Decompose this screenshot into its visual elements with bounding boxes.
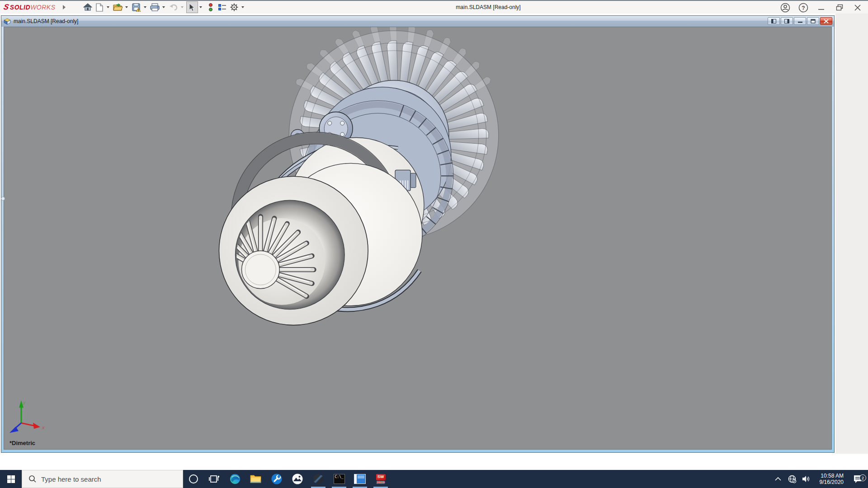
taskbar-icon-command-prompt[interactable]: C:\_ <box>329 470 349 488</box>
document-titlebar[interactable]: main.SLDASM [Read-only] <box>1 16 834 27</box>
cortana-icon <box>188 474 199 484</box>
taskbar: C:\_ SW 2020 10:58 AM 9/16/2020 2 <box>0 470 868 488</box>
evaluate-button[interactable] <box>217 1 228 13</box>
taskbar-icon-photos[interactable] <box>287 470 308 488</box>
tray-clock[interactable]: 10:58 AM 9/16/2020 <box>813 473 847 485</box>
new-document-icon <box>96 3 103 12</box>
help-icon: ? <box>798 3 808 13</box>
system-tray: 10:58 AM 9/16/2020 2 <box>771 470 868 488</box>
command-prompt-icon: C:\_ <box>334 474 345 484</box>
select-tool-button[interactable] <box>186 1 198 13</box>
open-button[interactable] <box>112 1 124 13</box>
doc-restore-button[interactable] <box>807 17 819 25</box>
pane-left-icon <box>771 19 776 23</box>
taskbar-icon-solidworks[interactable]: SW 2020 <box>370 470 391 488</box>
doc-close-button[interactable] <box>820 17 832 25</box>
photos-icon <box>292 473 303 485</box>
options-button[interactable] <box>228 1 240 13</box>
undo-button[interactable] <box>168 1 179 13</box>
tray-volume-button[interactable] <box>799 475 813 483</box>
brand-word-works: WORKS <box>30 4 55 11</box>
hexagon-app-icon <box>313 474 324 484</box>
new-document-button[interactable] <box>94 1 105 13</box>
pane-right-button[interactable] <box>781 17 793 25</box>
options-gear-icon <box>230 3 239 12</box>
close-button[interactable] <box>852 2 863 14</box>
search-input[interactable] <box>41 475 168 483</box>
action-center-button[interactable]: 2 <box>847 474 868 483</box>
chevron-up-icon <box>775 477 781 481</box>
help-glyph: ? <box>802 5 805 11</box>
panel-splitter-handle[interactable] <box>1 197 5 201</box>
home-button[interactable] <box>82 1 94 13</box>
options-dropdown-icon[interactable] <box>241 6 244 8</box>
taskbar-icon-blue-window-app[interactable] <box>349 470 370 488</box>
doc-restore-icon <box>811 19 816 23</box>
graphics-viewport[interactable]: x y *Dimetric <box>4 27 832 450</box>
close-icon <box>854 5 861 11</box>
solidworks-2020-icon: SW 2020 <box>376 474 386 484</box>
task-view-icon <box>209 474 220 484</box>
solidworks-logo-glyph: S <box>3 3 10 12</box>
open-dropdown-icon[interactable] <box>125 6 128 8</box>
pane-right-icon <box>784 19 789 23</box>
taskbar-icon-file-explorer[interactable] <box>245 470 266 488</box>
tray-network-button[interactable] <box>785 474 799 483</box>
engine-model-canvas: x y <box>4 27 831 449</box>
home-icon <box>83 3 92 11</box>
doc-close-icon <box>824 19 829 23</box>
restore-button[interactable] <box>834 2 845 14</box>
jet-engine-model <box>214 27 499 325</box>
windows-logo-icon <box>7 475 15 483</box>
assembly-cube-icon <box>4 18 11 25</box>
open-icon <box>113 3 123 11</box>
account-icon <box>780 3 790 13</box>
menu-flyout-arrow-icon[interactable] <box>63 5 66 9</box>
taskbar-icon-edge[interactable] <box>225 470 245 488</box>
document-title: main.SLDASM [Read-only] <box>14 18 78 24</box>
evaluate-icon <box>218 4 226 10</box>
start-button[interactable] <box>0 470 22 488</box>
taskbar-icon-support-tool[interactable] <box>266 470 287 488</box>
print-dropdown-icon[interactable] <box>162 6 165 8</box>
print-button[interactable] <box>149 1 161 13</box>
undo-icon <box>169 4 178 11</box>
support-tool-wrench-icon <box>271 473 283 485</box>
solidworks-logo: S SOLID WORKS <box>4 3 56 12</box>
help-button[interactable]: ? <box>797 2 809 14</box>
select-cursor-icon <box>189 3 195 12</box>
task-pane-strip <box>835 14 868 454</box>
brand-word-solid: SOLID <box>10 4 30 11</box>
view-orientation-label: *Dimetric <box>9 440 35 446</box>
save-dropdown-icon[interactable] <box>144 6 146 8</box>
app-titlebar: S SOLID WORKS <box>0 0 868 14</box>
performance-button[interactable] <box>205 1 217 13</box>
print-icon <box>150 3 160 11</box>
clock-date: 9/16/2020 <box>813 479 844 485</box>
account-button[interactable] <box>779 2 791 14</box>
save-icon <box>132 3 141 12</box>
select-tool-dropdown-icon[interactable] <box>199 6 202 8</box>
edge-icon <box>229 473 241 485</box>
taskbar-search[interactable] <box>22 470 183 488</box>
new-document-dropdown-icon[interactable] <box>107 6 109 8</box>
document-window: main.SLDASM [Read-only] <box>1 15 835 453</box>
doc-minimize-button[interactable] <box>794 17 806 25</box>
taskbar-icon-cortana[interactable] <box>183 470 204 488</box>
app-window-title: main.SLDASM [Read-only] <box>398 4 579 10</box>
reference-triad: x y <box>9 400 45 433</box>
triad-x-label: x <box>42 425 45 430</box>
search-icon <box>28 475 37 483</box>
network-globe-icon <box>788 474 797 483</box>
doc-minimize-icon <box>798 19 802 23</box>
file-explorer-icon <box>250 474 262 484</box>
clock-time: 10:58 AM <box>813 473 844 479</box>
taskbar-icon-hexagon-app[interactable] <box>308 470 329 488</box>
undo-dropdown-icon[interactable] <box>181 6 184 8</box>
pane-left-button[interactable] <box>768 17 780 25</box>
save-button[interactable] <box>131 1 142 13</box>
minimize-icon <box>818 5 825 11</box>
minimize-button[interactable] <box>816 2 827 14</box>
tray-chevron-button[interactable] <box>771 477 785 481</box>
taskbar-icon-task-view[interactable] <box>204 470 225 488</box>
